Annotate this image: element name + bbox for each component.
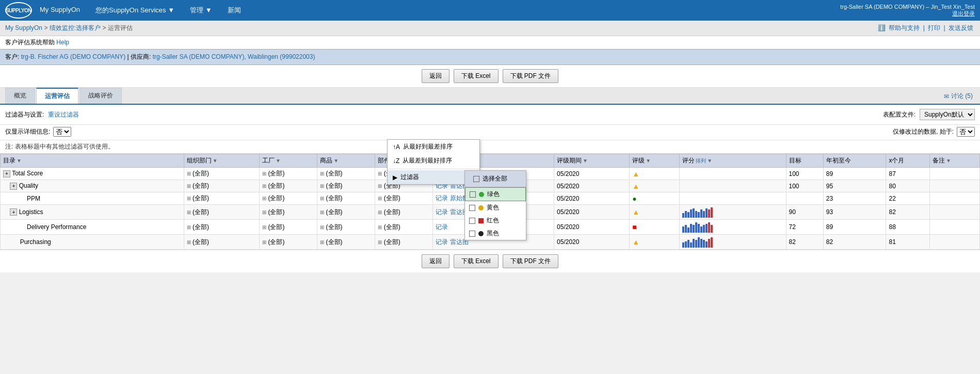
download-excel-button-bottom[interactable]: 下载 Excel [454, 254, 499, 268]
plant-col-filter[interactable]: ⊞ [262, 183, 266, 189]
config-select[interactable]: SupplyOn默认 [920, 109, 975, 120]
rating-filter-icon[interactable]: ▼ [646, 158, 651, 164]
breadcrumb-my-supplyon[interactable]: My SupplyOn [5, 24, 42, 31]
chart-bar [698, 237, 700, 248]
color-yellow-item[interactable]: 黄色 [465, 201, 526, 214]
help-link[interactable]: 帮助与支持 [889, 24, 920, 31]
tab-operations[interactable]: 运营评估 [36, 88, 78, 104]
material-filter-icon[interactable]: ▼ [333, 158, 339, 164]
org-col-filter[interactable]: ⊞ [187, 224, 191, 230]
link-记录[interactable]: 记录 [436, 194, 448, 202]
cell-ytd: 82 [823, 235, 886, 250]
cell-material: ⊞ (全部) [317, 220, 375, 235]
reset-filter-link[interactable]: 重设过滤器 [48, 110, 79, 119]
link-记录[interactable]: 记录 [436, 238, 448, 246]
nav-manage[interactable]: 管理 ▼ [187, 1, 214, 20]
modified-select[interactable]: 否 是 [957, 127, 975, 137]
nav-services[interactable]: 您的SupplyOn Services ▼ [93, 1, 177, 20]
plant-col-filter[interactable]: ⊞ [262, 209, 266, 215]
cell-note [930, 168, 980, 180]
material-col-filter[interactable]: ⊞ [320, 209, 324, 215]
plant-col-filter[interactable]: ⊞ [262, 196, 266, 201]
chart-bar [693, 225, 695, 233]
org-col-filter[interactable]: ⊞ [187, 209, 191, 215]
part-col-filter[interactable]: ⊞ [378, 224, 382, 230]
plant-col-filter[interactable]: ⊞ [262, 224, 266, 230]
note-filter-icon[interactable]: ▼ [946, 158, 951, 164]
expand-icon[interactable]: + [3, 170, 10, 177]
nav-news[interactable]: 新闻 [225, 1, 244, 20]
select-all-checkbox[interactable] [473, 176, 479, 182]
download-pdf-button-top[interactable]: 下载 PDF 文件 [503, 69, 559, 83]
red-checkbox[interactable] [469, 218, 475, 224]
top-actions: ℹ️ 帮助与支持 | 打印 | 发送反馈 [878, 24, 975, 32]
breadcrumb-select-customer[interactable]: 绩效监控:选择客户 [50, 24, 101, 31]
score-filter-icon[interactable]: ▼ [707, 158, 712, 164]
help-link-inline[interactable]: Help [56, 39, 69, 46]
plant-col-filter[interactable]: ⊞ [262, 239, 266, 245]
chart-bar [703, 240, 705, 248]
org-col-filter[interactable]: ⊞ [187, 183, 191, 189]
part-col-filter[interactable]: ⊞ [378, 209, 382, 215]
color-green-item[interactable]: 绿色 [465, 187, 526, 201]
note-text: 注: 表格标题中有其他过滤器可供使用。 [5, 143, 114, 150]
customer-name[interactable]: trg-B. Fischer AG (DEMO COMPANY) [21, 53, 125, 60]
score-sort-icon[interactable]: 排列 [696, 157, 706, 165]
chart-bar [698, 212, 700, 218]
sort-asc-icon: ↑A [393, 143, 400, 151]
material-col-filter[interactable]: ⊞ [320, 196, 324, 201]
feedback-link[interactable]: 发送反馈 [949, 24, 973, 31]
col-months: x个月 [886, 154, 930, 168]
col-rating: 评级 ▼ [630, 154, 680, 168]
modified-label: 仅修改过的数据, 始于: [893, 127, 954, 136]
part-col-filter[interactable]: ⊞ [378, 183, 382, 189]
chart-bar [682, 242, 684, 248]
material-col-filter[interactable]: ⊞ [320, 183, 324, 189]
tab-strategy[interactable]: 战略评价 [79, 88, 122, 104]
period-filter-icon[interactable]: ▼ [583, 158, 588, 164]
cell-indicator: ▲ [630, 235, 680, 250]
link-记录[interactable]: 记录 [436, 208, 448, 216]
discuss-button[interactable]: ✉ 讨论 (5) [942, 89, 975, 104]
expand-icon[interactable]: + [10, 208, 17, 216]
part-col-filter[interactable]: ⊞ [378, 171, 382, 176]
cell-note [930, 180, 980, 192]
detail-select[interactable]: 否 是 [53, 127, 71, 137]
material-col-filter[interactable]: ⊞ [320, 239, 324, 245]
nav-my-supplyon[interactable]: My SupplyOn [37, 1, 83, 20]
color-popup-header: 选择全部 [465, 171, 526, 187]
org-col-filter[interactable]: ⊞ [187, 196, 191, 201]
black-checkbox[interactable] [469, 231, 475, 237]
plant-filter-icon[interactable]: ▼ [276, 158, 281, 164]
color-black-item[interactable]: 黑色 [465, 227, 526, 240]
org-col-filter[interactable]: ⊞ [187, 171, 191, 176]
select-all-item[interactable]: 选择全部 [469, 172, 522, 185]
part-col-filter[interactable]: ⊞ [378, 196, 382, 201]
print-link[interactable]: 打印 [928, 24, 940, 31]
back-button-bottom[interactable]: 返回 [422, 254, 449, 268]
org-col-filter[interactable]: ⊞ [187, 239, 191, 245]
supplier-name[interactable]: trg-Saller SA (DEMO COMPANY), Waiblingen… [153, 53, 315, 60]
plant-col-filter[interactable]: ⊞ [262, 171, 266, 176]
catalog-filter-icon[interactable]: ▼ [17, 158, 22, 164]
cell-months: 88 [886, 220, 930, 235]
part-col-filter[interactable]: ⊞ [378, 239, 382, 245]
color-filter-popup: 选择全部 绿色 黄色 红色 黑色 [464, 170, 526, 240]
material-col-filter[interactable]: ⊞ [320, 224, 324, 230]
link-记录[interactable]: 记录 [436, 223, 448, 231]
config-label: 表配置文件: [883, 110, 915, 119]
green-checkbox[interactable] [470, 191, 476, 198]
yellow-checkbox[interactable] [469, 205, 475, 211]
cell-org: ⊞ (全部) [184, 235, 259, 250]
sort-desc-item[interactable]: ↓Z 从最差到最好排序 [388, 154, 479, 168]
download-pdf-button-bottom[interactable]: 下载 PDF 文件 [503, 254, 559, 268]
sort-asc-item[interactable]: ↑A 从最好到最差排序 [388, 140, 479, 154]
material-col-filter[interactable]: ⊞ [320, 171, 324, 176]
org-filter-icon[interactable]: ▼ [213, 158, 218, 164]
logout-link[interactable]: 退出登录 [952, 10, 975, 17]
back-button-top[interactable]: 返回 [422, 69, 449, 83]
download-excel-button-top[interactable]: 下载 Excel [454, 69, 499, 83]
color-red-item[interactable]: 红色 [465, 214, 526, 227]
tab-overview[interactable]: 概览 [5, 88, 35, 104]
expand-icon[interactable]: + [10, 183, 17, 190]
